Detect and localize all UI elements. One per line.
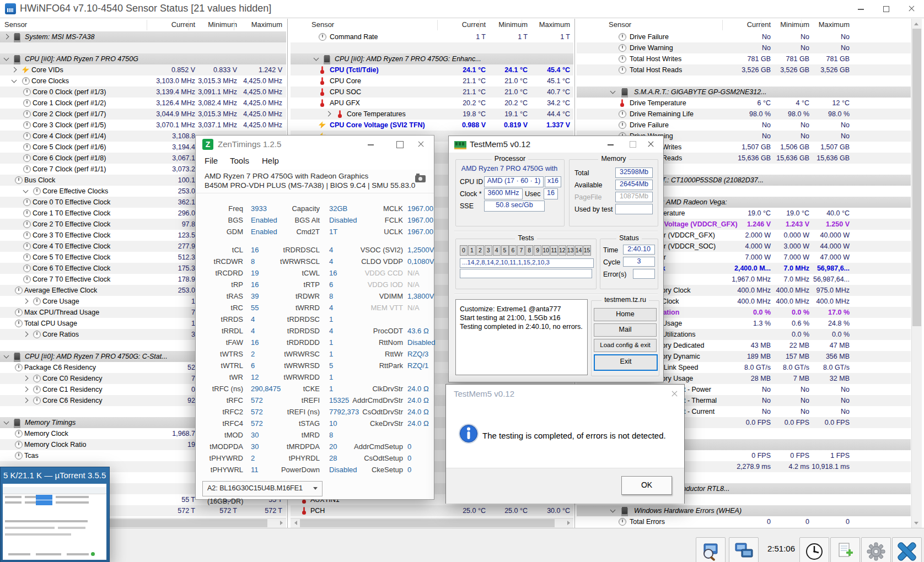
sensor-label: Core 1 Clock (perf #1/2) [33,99,106,107]
collapse-icon[interactable] [610,89,616,94]
sensor-row[interactable]: Drive WarningNoNoNo [577,42,911,53]
dimm-selector-dropdown[interactable]: A2: BL16G30C15U4B.M16FE1 (16GB, DR) [202,481,323,496]
column-header[interactable]: Maximum [797,20,850,29]
test-button-9[interactable]: 9 [534,245,541,256]
minimize-button[interactable] [848,0,873,18]
timing-value: 0 [407,442,411,451]
section-row[interactable]: System: MSI MS-7A38 [0,31,286,42]
test-button-15[interactable]: 15 [583,245,591,256]
value-current: 3,073.2 [143,165,195,173]
exit-button[interactable] [892,537,922,562]
sensor-row[interactable]: CPU (Tctl/Tdie)24.1 °C24.1 °C45.4 °C [291,64,573,75]
section-row[interactable]: CPU [#0]: AMD Ryzen 7 PRO 4750G: Enhanc.… [291,53,573,64]
expand-icon[interactable] [326,111,331,117]
sensor-row[interactable]: APU GFX20.2 °C20.2 °C34.2 °C [291,98,573,109]
collapse-icon[interactable] [4,353,9,359]
report-button[interactable] [830,537,860,562]
sensor-row[interactable]: Total Host Writes781 GB781 GB781 GB [577,53,911,64]
expand-icon[interactable] [23,387,29,392]
column-header[interactable]: Minimum [185,20,237,29]
test-button-13[interactable]: 13 [567,245,574,256]
sensor-row[interactable]: Drive Remaining Life98.0 %98.0 %98.0 % [577,109,911,120]
remote-sensors-button[interactable] [729,537,759,562]
column-header[interactable]: Maximum [518,20,570,29]
close-button[interactable] [899,0,924,18]
expand-icon[interactable] [23,299,29,304]
minimize-button[interactable] [368,144,374,145]
test-button-2[interactable]: 2 [476,245,484,256]
maximize-button[interactable] [873,0,899,18]
section-row[interactable]: CPU [#0]: AMD Ryzen 7 PRO 4750G [0,53,286,64]
column-header-sensor[interactable]: Sensor [311,20,334,29]
timing-label: VSOC (SVI2) [337,246,403,254]
maximize-button[interactable] [396,141,404,148]
collapse-icon[interactable] [314,56,319,61]
sensor-row[interactable]: Command Rate1 T1 T1 T [291,31,573,42]
test-button-3[interactable]: 3 [485,245,492,256]
maximize-button[interactable] [630,141,636,148]
sensor-row[interactable]: Core Clocks3,103.0 MHz3,015.3 MHz4,425.0… [0,75,286,87]
column-header[interactable]: Maximum [230,20,282,29]
sensor-row[interactable]: Total Host Reads3,526 GB3,526 GB3,526 GB [577,64,911,75]
test-button-4[interactable]: 4 [493,245,501,256]
test-button-11[interactable]: 11 [550,245,558,256]
test-button-14[interactable]: 14 [575,245,583,256]
test-button-7[interactable]: 7 [517,245,525,256]
load-config-exit-button[interactable]: Load config & exit [594,339,657,352]
sensor-row[interactable]: Core 0 Clock (perf #1/3)3,139.4 MHz3,091… [0,87,286,98]
sensor-row[interactable]: PCH25.0 °C25.0 °C30.0 °C [291,505,573,516]
settings-button[interactable] [861,537,891,562]
home-button[interactable]: Home [594,308,657,321]
sensor-row[interactable]: Core VIDs0.852 V0.833 V1.242 V [0,64,286,75]
expand-icon[interactable] [23,376,29,381]
clock-button[interactable] [799,537,829,562]
menu-help[interactable]: Help [262,156,279,165]
right-panel-vscrollbar[interactable] [911,19,922,528]
section-row[interactable]: S.M.A.R.T.: GIGABYTE GP-GSM2NE312... [577,87,911,98]
sensor-row[interactable]: CPU SOC21.1 °C21.0 °C40.7 °C [291,87,573,98]
section-row[interactable]: Windows Hardware Errors (WHEA) [577,505,911,516]
sensor-row[interactable]: Drive FailureNoNoNo [577,31,911,42]
expand-icon[interactable] [23,332,29,337]
mail-button[interactable]: Mail [594,323,657,337]
test-button-0[interactable]: 0 [460,245,468,256]
menu-tools[interactable]: Tools [230,156,249,165]
test-button-6[interactable]: 6 [509,245,517,256]
uptime-clock: 2:51:06 [767,544,795,553]
column-header-sensor[interactable]: Sensor [4,20,27,29]
exit-button[interactable]: Exit [594,354,658,371]
value-maximum: 30.0 °C [518,507,570,515]
ok-button[interactable]: OK [621,476,672,495]
expand-icon[interactable] [23,398,29,403]
test-button-12[interactable]: 12 [558,245,566,256]
sensor-row[interactable]: Total Errors000 [577,516,911,527]
column-header-sensor[interactable]: Sensor [609,20,631,29]
expand-icon[interactable] [4,34,9,40]
test-button-8[interactable]: 8 [525,245,533,256]
sensor-row[interactable]: Drive Temperature6 °C4 °C12 °C [577,98,911,109]
collapse-icon[interactable] [12,78,17,83]
test-button-1[interactable]: 1 [468,245,476,256]
minimize-button[interactable] [608,144,614,145]
collapse-icon[interactable] [4,56,9,61]
sensor-row[interactable]: Drive FailureNoNoNo [577,120,911,131]
sensor-row[interactable]: CPU Core Voltage (SVI2 TFN)0.988 V0.819 … [291,120,573,131]
sensor-row[interactable]: CPU Core21.1 °C21.0 °C45.1 °C [291,75,573,87]
cpu-id-field: AMD (17 · 60 · 1) [484,176,544,187]
system-summary-button[interactable] [696,537,726,562]
sensor-row[interactable]: Core 1 Clock (perf #1/2)3,126.4 MHz3,082… [0,98,286,109]
sensor-row[interactable]: Core Temperatures19.8 °C19.1 °C44.4 °C [291,109,573,120]
expand-icon[interactable] [12,67,17,73]
test-button-5[interactable]: 5 [501,245,509,256]
collapse-icon[interactable] [23,188,29,193]
sensor-row[interactable]: Core 2 Clock (perf #1/7)3,044.9 MHz3,015… [0,109,286,120]
collapse-icon[interactable] [610,507,616,513]
collapse-icon[interactable] [4,419,9,425]
test-button-10[interactable]: 10 [542,245,550,256]
sensor-label: Core 5 Clock (perf #1/6) [33,143,106,151]
sensor-label: Total Host Reads [630,66,682,74]
summary-icon [701,542,721,561]
middle-panel-hscrollbar[interactable] [291,518,573,528]
menu-file[interactable]: File [205,156,218,165]
sensor-row[interactable]: Core 3 Clock (perf #1/5)3,070.1 MHz3,037… [0,120,286,131]
